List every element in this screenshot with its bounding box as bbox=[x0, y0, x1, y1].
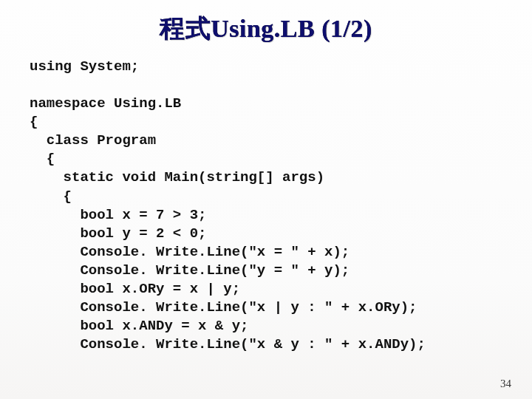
slide-title: 程式Using.LB (1/2) bbox=[30, 12, 502, 46]
slide: 程式Using.LB (1/2) using System; namespace… bbox=[0, 0, 532, 399]
code-block: using System; namespace Using.LB { class… bbox=[30, 58, 502, 354]
page-number: 34 bbox=[500, 378, 511, 390]
